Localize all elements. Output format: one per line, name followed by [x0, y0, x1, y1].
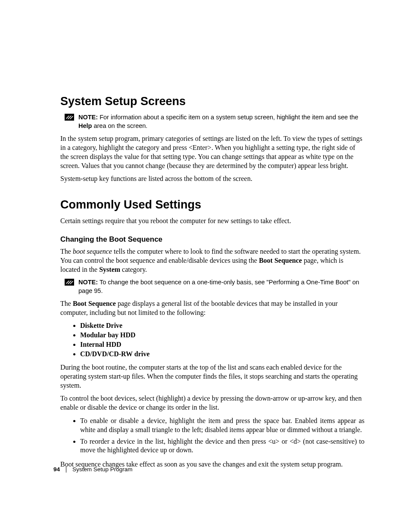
heading-commonly-used-settings: Commonly Used Settings: [60, 198, 364, 212]
list-item: To reorder a device in the list, highlig…: [80, 437, 364, 455]
paragraph: The boot sequence tells the computer whe…: [60, 247, 364, 274]
list-item: To enable or disable a device, highlight…: [80, 417, 364, 435]
paragraph: During the boot routine, the computer st…: [60, 363, 364, 390]
note-icon: [65, 114, 74, 121]
subheading-changing-boot-sequence: Changing the Boot Sequence: [60, 235, 364, 244]
device-list: Diskette Drive Modular bay HDD Internal …: [60, 322, 364, 358]
list-item: Modular bay HDD: [80, 331, 364, 339]
footer-title: System Setup Program: [72, 466, 133, 473]
list-item: CD/DVD/CD-RW drive: [80, 350, 364, 358]
page-number: 94: [53, 466, 60, 473]
instruction-list: To enable or disable a device, highlight…: [60, 417, 364, 455]
footer-separator: [66, 467, 66, 473]
note-icon: [65, 279, 74, 286]
page-footer: 94 System Setup Program: [53, 466, 133, 473]
note-text-1: NOTE: For information about a specific i…: [78, 113, 364, 130]
note-text-2: NOTE: To change the boot sequence on a o…: [78, 278, 364, 295]
paragraph: The Boot Sequence page displays a genera…: [60, 299, 364, 317]
page-content: System Setup Screens NOTE: For informati…: [0, 0, 411, 469]
paragraph: Certain settings require that you reboot…: [60, 217, 364, 226]
paragraph: System-setup key functions are listed ac…: [60, 174, 364, 184]
heading-system-setup-screens: System Setup Screens: [60, 95, 364, 108]
list-item: Internal HDD: [80, 341, 364, 348]
paragraph: In the system setup program, primary cat…: [60, 134, 364, 170]
note-block-1: NOTE: For information about a specific i…: [65, 113, 364, 130]
list-item: Diskette Drive: [80, 322, 364, 330]
note-block-2: NOTE: To change the boot sequence on a o…: [65, 278, 364, 295]
paragraph: To control the boot devices, select (hig…: [60, 394, 364, 412]
